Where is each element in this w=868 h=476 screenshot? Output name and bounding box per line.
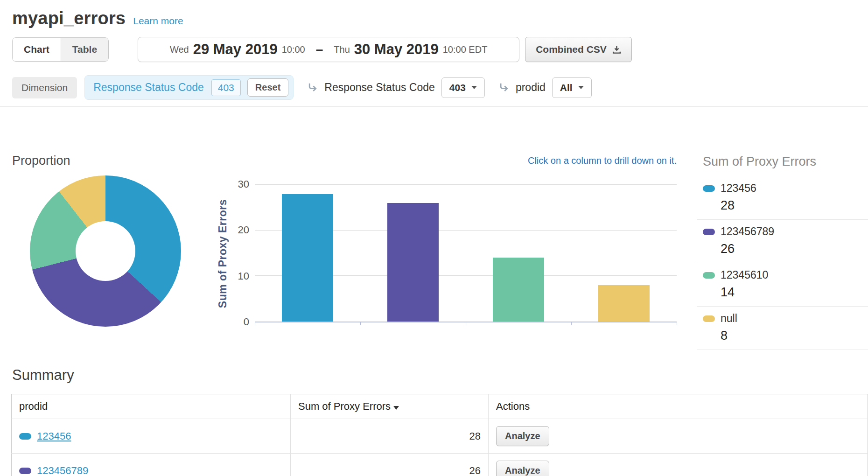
analyze-button[interactable]: Analyze	[496, 461, 549, 476]
combined-csv-label: Combined CSV	[536, 44, 607, 55]
legend-swatch	[703, 229, 715, 235]
legend-label: 123456789	[721, 225, 774, 238]
status-code-select-value: 403	[449, 82, 466, 93]
analyze-button[interactable]: Analyze	[496, 426, 549, 446]
y-axis-tick-label: 20	[238, 224, 249, 236]
column-header-prodid: prodid	[12, 394, 291, 419]
column-header-actions: Actions	[489, 394, 868, 419]
dimension-label: Dimension	[12, 77, 77, 98]
drilldown-arrow-icon	[306, 81, 319, 94]
filter-chip-label: Response Status Code	[93, 81, 204, 94]
date-start-day: Wed	[170, 44, 189, 55]
drilldown-hint: Click on a column to drill down on it.	[212, 154, 677, 166]
date-start-time: 10:00	[282, 44, 305, 55]
date-end-time: 10:00 EDT	[443, 44, 488, 55]
legend-items: 12345628123456789261234561014null8	[697, 176, 868, 350]
bar-chart: Sum of Proxy Errors 0102030	[212, 185, 677, 322]
summary-table-body: 12345628Analyze12345678926Analyze1234561…	[12, 419, 868, 476]
summary-table: prodid Sum of Proxy Errors Actions 12345…	[11, 394, 868, 476]
legend-swatch	[703, 272, 715, 279]
page: myapi_errors Learn more Chart Table Wed …	[0, 0, 868, 476]
bar-slot	[360, 185, 466, 322]
legend-item: 12345628	[697, 176, 868, 220]
tab-table[interactable]: Table	[61, 38, 108, 61]
proportion-title: Proportion	[12, 154, 199, 168]
y-axis-tick-label: 30	[238, 178, 249, 190]
legend-item-row: 123456	[703, 182, 868, 195]
legend-value: 28	[721, 198, 868, 213]
y-axis-label-area: Sum of Proxy Errors	[212, 185, 233, 322]
legend-item: null8	[697, 307, 868, 350]
actions-cell: Analyze	[489, 454, 868, 476]
bar-chart-panel: Click on a column to drill down on it. S…	[212, 154, 691, 350]
view-toggle: Chart Table	[12, 37, 109, 62]
charts-section: Proportion Click on a column to drill do…	[0, 107, 868, 350]
legend-title: Sum of Proxy Errors	[703, 154, 868, 169]
table-row: 12345628Analyze	[12, 419, 868, 454]
learn-more-link[interactable]: Learn more	[133, 15, 183, 27]
drilldown-arrow-icon	[497, 81, 510, 94]
reset-button[interactable]: Reset	[247, 78, 288, 97]
date-range-separator: –	[316, 42, 323, 57]
column-header-sum[interactable]: Sum of Proxy Errors	[291, 394, 489, 419]
date-end-day: Thu	[334, 44, 350, 55]
date-start-date: 29 May 2019	[193, 41, 278, 58]
filter-bar: Dimension Response Status Code 403 Reset…	[12, 75, 856, 100]
prodid-cell: 123456789	[12, 454, 291, 476]
legend-swatch	[703, 185, 715, 192]
drilldown-prodid: prodid All	[497, 77, 592, 98]
header: myapi_errors Learn more	[0, 0, 868, 28]
sum-cell: 28	[291, 419, 489, 454]
legend-item: 12345678926	[697, 220, 868, 263]
summary-title: Summary	[12, 367, 868, 384]
legend-item-row: 12345610	[703, 269, 868, 281]
sort-desc-icon	[393, 406, 399, 410]
row-swatch	[19, 433, 31, 440]
donut-chart[interactable]	[30, 175, 181, 327]
combined-csv-button[interactable]: Combined CSV	[525, 37, 632, 62]
chevron-down-icon	[578, 86, 584, 89]
bar-slot	[571, 185, 677, 322]
bar-slot	[255, 185, 360, 322]
prodid-link[interactable]: 123456789	[37, 465, 88, 476]
table-header-row: prodid Sum of Proxy Errors Actions	[12, 394, 868, 419]
bar-column[interactable]	[387, 203, 439, 322]
prodid-link[interactable]: 123456	[37, 430, 71, 442]
summary-section: Summary prodid Sum of Proxy Errors Actio…	[0, 367, 868, 476]
table-row: 12345678926Analyze	[12, 454, 868, 476]
toolbar: Chart Table Wed 29 May 2019 10:00 – Thu …	[12, 37, 856, 62]
legend-item-row: 123456789	[703, 225, 868, 238]
proportion-chart-card	[12, 172, 199, 330]
bar-slot	[466, 185, 571, 322]
bar-column[interactable]	[282, 194, 333, 322]
legend-item-row: null	[703, 312, 868, 325]
legend-value: 26	[721, 242, 868, 256]
prodid-cell: 123456	[12, 419, 291, 454]
bar-column[interactable]	[493, 258, 544, 322]
legend-label: 123456	[721, 182, 756, 195]
drilldown-label: prodid	[516, 81, 546, 94]
legend-value: 14	[721, 285, 868, 300]
y-axis-ticks: 0102030	[233, 185, 255, 322]
date-end-date: 30 May 2019	[354, 41, 439, 58]
prodid-select-value: All	[560, 82, 573, 93]
column-header-sum-label: Sum of Proxy Errors	[298, 400, 391, 412]
sum-cell: 26	[291, 454, 489, 476]
prodid-select[interactable]: All	[552, 77, 592, 98]
legend-label: null	[721, 312, 737, 325]
filter-chip-value: 403	[211, 79, 241, 96]
legend-label: 12345610	[721, 269, 768, 281]
chevron-down-icon	[471, 86, 477, 89]
date-range-picker[interactable]: Wed 29 May 2019 10:00 – Thu 30 May 2019 …	[138, 37, 519, 62]
bar-plot	[255, 185, 677, 322]
bar-column[interactable]	[598, 285, 650, 322]
page-title: myapi_errors	[12, 8, 126, 28]
status-code-select[interactable]: 403	[441, 77, 485, 98]
row-swatch	[19, 468, 31, 474]
download-icon	[612, 45, 621, 54]
drilldown-status-code: Response Status Code 403	[306, 77, 485, 98]
y-axis-tick-label: 0	[244, 316, 249, 328]
y-axis-label: Sum of Proxy Errors	[217, 199, 229, 308]
tab-chart[interactable]: Chart	[13, 38, 61, 61]
legend: Sum of Proxy Errors 12345628123456789261…	[691, 154, 868, 350]
